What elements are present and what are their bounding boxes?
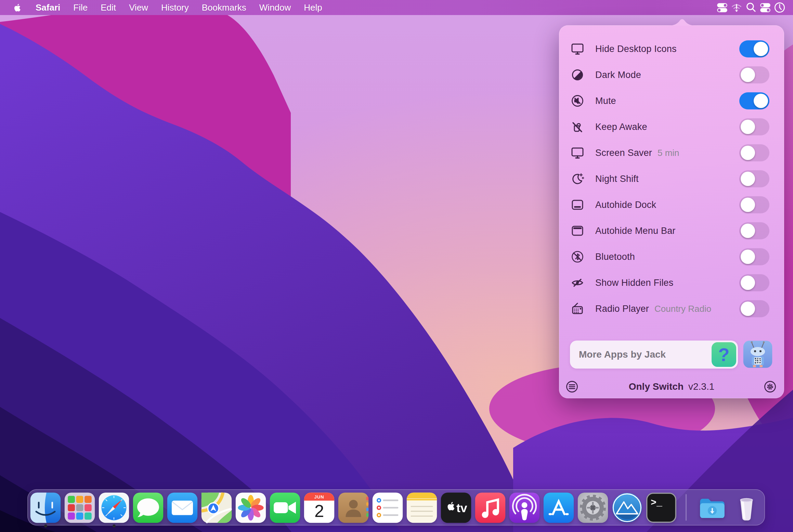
switch-label: Show Hidden Files [595, 278, 674, 288]
switch-label: Dark Mode [595, 70, 641, 80]
switch-row-dark-mode: Dark Mode [559, 62, 784, 88]
switch-label: Bluetooth [595, 252, 635, 262]
bluetooth-icon [570, 249, 585, 264]
toggle-knob [741, 198, 755, 212]
switch-label: Keep Awake [595, 122, 647, 132]
mute-icon [570, 93, 585, 108]
question-app-icon[interactable]: ? [712, 342, 736, 367]
toggle-knob [754, 42, 768, 56]
switch-sublabel: 5 min [658, 148, 679, 158]
wifi-alert-icon[interactable] [729, 0, 744, 15]
svg-text:>_: >_ [651, 497, 662, 508]
menu-edit[interactable]: Edit [94, 0, 122, 15]
toggle-dark-mode[interactable] [739, 66, 769, 83]
toggle-knob [741, 172, 755, 186]
running-indicator-dot [113, 524, 116, 528]
control-center-icon[interactable] [758, 0, 772, 15]
dock-item-music[interactable] [474, 492, 506, 524]
menu-bookmarks[interactable]: Bookmarks [195, 0, 253, 15]
desktop-icon [570, 41, 585, 56]
toggle-knob [741, 250, 755, 264]
menu-help[interactable]: Help [297, 0, 328, 15]
dock-separator [686, 494, 687, 521]
switch-row-radio-player: Radio PlayerCountry Radio [559, 296, 784, 322]
dock-item-messages[interactable] [132, 492, 164, 524]
panel-footer-title: Only Switch v2.3.1 [559, 378, 784, 395]
dock-item-appstore[interactable] [543, 492, 575, 524]
switch-rows: Hide Desktop IconsDark ModeMuteKeep Awak… [559, 36, 784, 322]
keep-awake-icon [570, 119, 585, 134]
screen-saver-icon [570, 145, 585, 160]
toggle-knob [754, 94, 768, 108]
switch-row-keep-awake: Keep Awake [559, 114, 784, 140]
menu-view[interactable]: View [122, 0, 155, 15]
toggle-autohide-menu-bar[interactable] [739, 222, 769, 239]
switch-label: Autohide Menu Bar [595, 226, 676, 236]
menubar-status-icons [715, 0, 793, 15]
dock-items: JUN2tv>_ [27, 489, 765, 526]
hidden-files-icon [570, 275, 585, 290]
radio-icon [570, 301, 585, 316]
switch-row-bluetooth: Bluetooth [559, 244, 784, 270]
svg-text:2: 2 [314, 501, 324, 521]
dock-item-reminders[interactable] [372, 492, 404, 524]
dock-item-mail[interactable] [166, 492, 198, 524]
only-switch-panel: Hide Desktop IconsDark ModeMuteKeep Awak… [559, 25, 784, 398]
switch-row-autohide-dock: Autohide Dock [559, 192, 784, 218]
toggle-radio-player[interactable] [739, 300, 769, 317]
app-name: Only Switch [629, 381, 684, 392]
clock-icon[interactable] [772, 0, 787, 15]
dock-item-terminal[interactable]: >_ [645, 492, 677, 524]
dock-item-contacts[interactable] [337, 492, 369, 524]
dock-item-mountain-app[interactable] [611, 492, 643, 524]
dock-item-appletv[interactable]: tv [440, 492, 472, 524]
menubar-menus: SafariFileEditViewHistoryBookmarksWindow… [0, 0, 329, 15]
dock-item-downloads-folder[interactable] [696, 492, 728, 524]
apple-menu[interactable] [10, 0, 29, 15]
switch-row-screen-saver: Screen Saver5 min [559, 140, 784, 166]
menu-safari[interactable]: Safari [29, 0, 67, 15]
menu-history[interactable]: History [155, 0, 195, 15]
switch-label: Screen Saver [595, 148, 652, 158]
more-apps-label: More Apps by Jack [579, 349, 666, 360]
toggle-hide-desktop-icons[interactable] [739, 40, 769, 57]
dock-item-podcasts[interactable] [508, 492, 541, 524]
app-version: v2.3.1 [688, 381, 714, 392]
toggle-knob [741, 120, 755, 134]
menu-file[interactable]: File [67, 0, 94, 15]
toggle-knob [741, 224, 755, 238]
robot-app-icon[interactable] [743, 339, 773, 370]
dock-item-safari[interactable] [98, 492, 130, 524]
dock-item-calendar[interactable]: JUN2 [303, 492, 335, 524]
settings-gear-icon[interactable] [763, 379, 778, 394]
toggle-screen-saver[interactable] [739, 144, 769, 161]
dock-item-finder[interactable] [29, 492, 62, 524]
search-icon[interactable] [744, 0, 758, 15]
only-switch-icon[interactable] [715, 0, 729, 15]
dock-item-trash[interactable] [730, 492, 763, 524]
toggle-keep-awake[interactable] [739, 118, 769, 135]
toggle-knob [741, 276, 755, 290]
dock-item-facetime[interactable] [269, 492, 301, 524]
switch-row-mute: Mute [559, 88, 784, 114]
switch-row-night-shift: Night Shift [559, 166, 784, 192]
dock-item-photos[interactable] [235, 492, 267, 524]
switch-row-hide-desktop-icons: Hide Desktop Icons [559, 36, 784, 62]
dock-item-notes[interactable] [406, 492, 438, 524]
toggle-night-shift[interactable] [739, 170, 769, 187]
dock-item-launchpad[interactable] [64, 492, 96, 524]
svg-text:JUN: JUN [314, 494, 324, 500]
toggle-autohide-dock[interactable] [739, 196, 769, 213]
running-indicator-dot [44, 524, 47, 528]
toggle-show-hidden-files[interactable] [739, 274, 769, 291]
dock-item-maps[interactable] [200, 492, 233, 524]
toggle-mute[interactable] [739, 92, 769, 109]
switch-label: Radio Player [595, 304, 649, 314]
dock-item-systempreferences[interactable] [577, 492, 609, 524]
menu-window[interactable]: Window [253, 0, 297, 15]
dock: JUN2tv>_ [27, 489, 765, 526]
switch-label: Mute [595, 96, 616, 106]
toggle-bluetooth[interactable] [739, 248, 769, 265]
switch-sublabel: Country Radio [654, 304, 711, 314]
toggle-knob [741, 302, 755, 316]
